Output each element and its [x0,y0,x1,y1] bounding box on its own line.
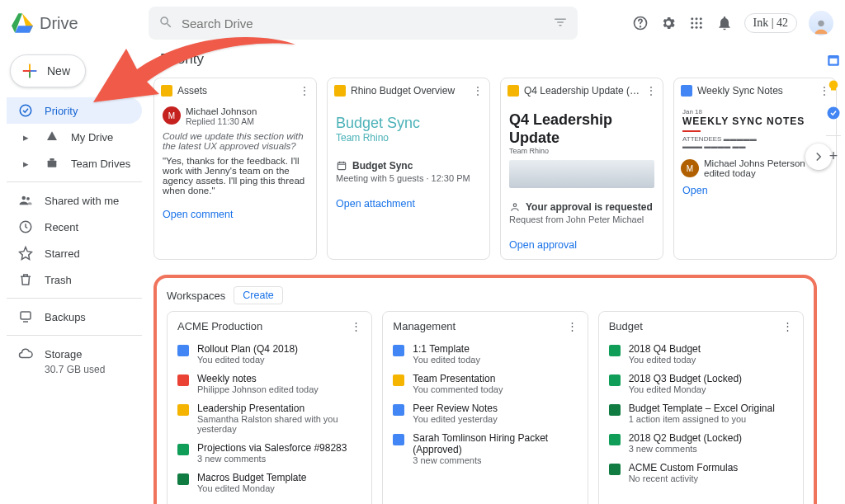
header-actions: Ink | 42 [632,11,833,35]
workspace-file-item[interactable]: 1:1 TemplateYou edited today [393,339,577,369]
nav-starred[interactable]: Starred [7,240,142,266]
nav-my-drive[interactable]: ▸My Drive [7,124,142,150]
workspace-card[interactable]: ACME Production⋮Rollout Plan (Q4 2018)Yo… [167,311,372,504]
sheets-icon [609,434,621,445]
search-bar[interactable] [149,7,578,40]
create-workspace-button[interactable]: Create [234,286,283,304]
workspaces-section: Workspaces Create ACME Production⋮Rollou… [153,275,817,504]
workspace-file-item[interactable]: Team PresentationYou commented today [393,369,577,398]
nav-shared[interactable]: Shared with me [7,187,142,214]
view-workspace-link[interactable]: View workspace [393,497,577,504]
nav-divider [7,335,142,336]
storage-usage: 30.7 GB used [7,364,142,375]
file-name: Peer Review Notes [413,403,498,414]
more-icon[interactable]: ⋮ [567,320,578,332]
calendar-app-icon[interactable] [826,53,841,68]
svg-point-15 [22,196,26,200]
apps-icon[interactable] [688,15,705,31]
svg-rect-19 [338,163,345,170]
nav-team-drives[interactable]: ▸Team Drives [7,150,142,177]
nav-trash[interactable]: Trash [7,266,142,293]
org-chip[interactable]: Ink | 42 [744,13,797,33]
svg-point-6 [695,22,697,25]
workspace-file-item[interactable]: Budget Template – Excel Original1 action… [609,398,793,428]
clock-icon [18,219,33,234]
add-addon-button[interactable]: + [829,148,838,165]
file-name: ACME Custom Formulas [629,462,739,473]
more-icon[interactable]: ⋮ [300,85,309,97]
help-icon[interactable] [632,15,649,31]
view-workspace-link[interactable]: View 7 files [609,497,793,504]
slide-preview: Budget Sync Team Rhino [328,103,489,155]
account-avatar[interactable] [809,11,833,35]
nav-recent[interactable]: Recent [7,214,142,240]
nav: Priority ▸My Drive ▸Team Drives Shared w… [7,97,142,375]
slide-preview: Q4 Leadership Update Team Rhino [501,103,663,196]
filter-icon[interactable] [553,15,568,32]
main: Priority Assets⋮ MMichael JohnsonReplied… [149,46,822,504]
avatar-icon: M [163,106,181,125]
view-workspace-link[interactable]: View 18 files [177,497,361,504]
priority-card-assets[interactable]: Assets⋮ MMichael JohnsonReplied 11:30 AM… [153,78,317,260]
slides-icon [334,85,346,97]
file-name: 2018 Q4 Budget [629,343,701,355]
file-sub: 3 new comments [629,444,742,454]
open-comment-link[interactable]: Open comment [154,202,316,228]
file-name: Budget Template – Excel Original [629,403,775,414]
search-input[interactable] [182,16,553,31]
workspace-file-item[interactable]: Projections via Salesforce #982833 new c… [177,438,361,468]
svg-point-4 [699,17,701,20]
more-icon[interactable]: ⋮ [351,320,361,332]
keep-app-icon[interactable] [826,79,841,94]
priority-card-weekly-sync[interactable]: Weekly Sync Notes⋮ Jan 18 WEEKLY SYNC NO… [673,78,837,260]
workspace-file-item[interactable]: Sarah Tomlinson Hiring Packet (Approved)… [393,428,577,469]
settings-icon[interactable] [660,15,677,31]
open-approval-link[interactable]: Open approval [501,233,663,259]
svg-rect-18 [21,312,31,319]
check-circle-icon [18,103,33,118]
svg-rect-14 [50,158,54,161]
nav-priority[interactable]: Priority [7,97,142,124]
workspace-card[interactable]: Budget⋮2018 Q4 BudgetYou edited today201… [598,311,804,504]
workspace-file-item[interactable]: Leadership PresentationSamantha Ralston … [177,398,361,438]
workspace-file-item[interactable]: Macros Budget TemplateYou edited Monday [177,468,361,497]
file-name: 2018 Q2 Budget (Locked) [629,432,742,444]
workspace-file-item[interactable]: 2018 Q4 BudgetYou edited today [609,339,793,369]
workspace-file-item[interactable]: Rollout Plan (Q4 2018)You edited today [177,339,361,369]
nav-divider [7,181,142,182]
workspace-card[interactable]: Management⋮1:1 TemplateYou edited todayT… [382,311,588,504]
svg-point-7 [699,22,701,25]
svg-point-3 [695,17,697,20]
docs-icon [681,85,692,97]
sheets-icon [177,444,189,455]
file-name: Weekly notes [197,373,319,384]
svg-point-8 [691,26,693,29]
file-sub: Samantha Ralston shared with you yesterd… [197,414,361,434]
workspace-file-item[interactable]: ACME Custom FormulasNo recent activity [609,458,793,488]
team-drive-icon [45,156,59,171]
svg-point-23 [828,107,840,120]
workspace-file-item[interactable]: 2018 Q2 Budget (Locked)3 new comments [609,428,793,458]
file-sub: Philippe Johnson edited today [197,384,319,394]
notifications-icon[interactable] [716,15,733,31]
svg-point-11 [818,21,824,26]
slides-icon [393,374,404,386]
brand-logo[interactable]: Drive [12,12,149,34]
workspace-file-item[interactable]: Weekly notesPhilippe Johnson edited toda… [177,369,361,398]
more-icon[interactable]: ⋮ [646,85,656,97]
new-button[interactable]: New [10,54,86,87]
open-attachment-link[interactable]: Open attachment [328,191,489,218]
workspace-file-item[interactable]: Peer Review NotesYou edited yesterday [393,398,577,428]
nav-backups[interactable]: Backups [7,304,142,330]
chevron-right-icon: ▸ [18,130,33,144]
svg-point-20 [513,204,517,207]
tasks-app-icon[interactable] [826,106,841,120]
workspace-title: Budget [609,320,643,332]
priority-card-budget-overview[interactable]: Rhino Budget Overview⋮ Budget Sync Team … [327,78,490,260]
priority-card-q4-update[interactable]: Q4 Leadership Update (Approve...⋮ Q4 Lea… [500,78,663,260]
file-sub: 3 new comments [413,455,577,465]
open-link[interactable]: Open [674,178,836,205]
more-icon[interactable]: ⋮ [782,320,793,332]
workspace-file-item[interactable]: 2018 Q3 Budget (Locked)You edited Monday [609,369,793,398]
more-icon[interactable]: ⋮ [473,85,483,97]
